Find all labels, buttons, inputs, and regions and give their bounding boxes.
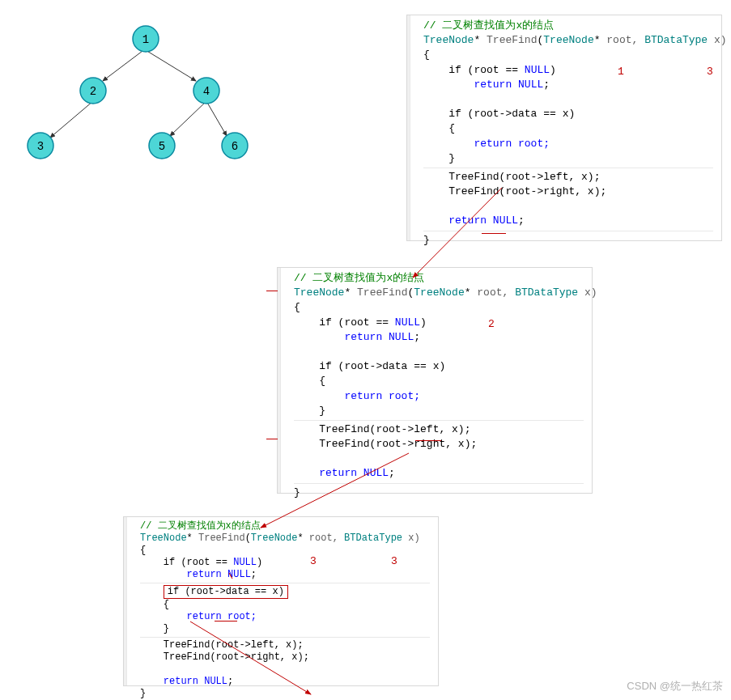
- svg-line-2: [50, 101, 93, 138]
- tree-node-6: 6: [232, 140, 238, 153]
- tree-node-3: 3: [37, 140, 44, 153]
- comment-line: // 二叉树查找值为x的结点: [423, 19, 713, 33]
- tree-node-1: 1: [142, 33, 149, 46]
- svg-line-3: [170, 101, 206, 136]
- comment-line: // 二叉树查找值为x的结点: [140, 520, 430, 532]
- svg-line-4: [206, 101, 227, 136]
- anno-3c: 3: [391, 555, 397, 567]
- anno-3a: 3: [707, 66, 713, 78]
- anno-1: 1: [618, 66, 624, 78]
- svg-line-1: [146, 50, 196, 81]
- code-block-3: // 二叉树查找值为x的结点 TreeNode* TreeFind(TreeNo…: [123, 516, 439, 686]
- tree-node-5: 5: [159, 140, 165, 153]
- anno-3b: 3: [310, 555, 317, 567]
- comment-line: // 二叉树查找值为x的结点: [294, 271, 584, 286]
- svg-line-0: [103, 49, 146, 81]
- anno-2: 2: [488, 318, 495, 330]
- binary-tree-diagram: 1 2 4 3 5 6: [16, 16, 275, 186]
- tree-node-2: 2: [90, 85, 96, 98]
- code-block-1: // 二叉树查找值为x的结点 TreeNode* TreeFind(TreeNo…: [406, 15, 722, 241]
- watermark: CSDN @统一热红茶: [627, 679, 723, 694]
- tree-node-4: 4: [203, 85, 210, 98]
- code-block-2: // 二叉树查找值为x的结点 TreeNode* TreeFind(TreeNo…: [277, 267, 593, 494]
- highlighted-condition: if (root->data == x): [164, 585, 288, 599]
